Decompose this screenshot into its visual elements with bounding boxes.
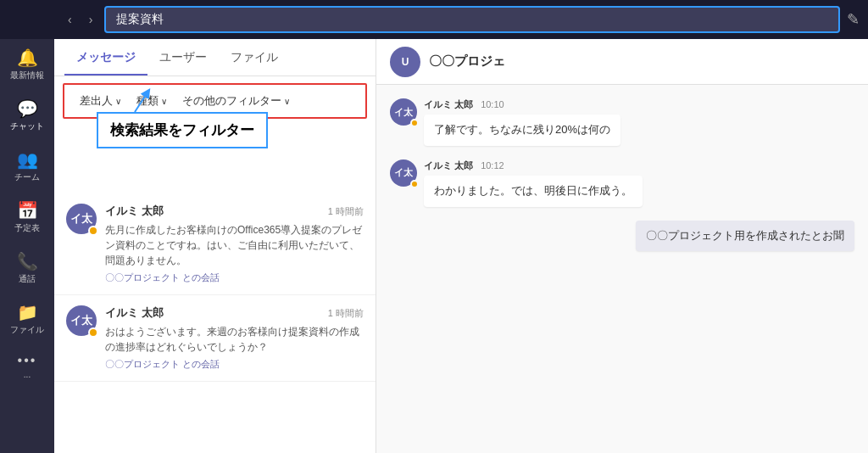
filter-sender[interactable]: 差出人 ∨ — [75, 92, 126, 110]
result-convo: 〇〇プロジェクト との会話 — [105, 271, 364, 284]
avatar-badge — [88, 327, 98, 338]
chat-name: 〇〇プロジェ — [429, 53, 505, 70]
sidebar-item-calendar[interactable]: 📅 予定表 — [0, 192, 54, 243]
result-convo: 〇〇プロジェクト との会話 — [105, 358, 364, 371]
sidebar-item-latest[interactable]: 🔔 最新情報 — [0, 39, 54, 90]
msg-body: イルミ 太郎 10:12 わかりました。では、明後日に作成う。 — [424, 159, 643, 207]
back-button[interactable]: ‹ — [63, 9, 77, 30]
avatar: イ太 — [66, 305, 97, 336]
message-row: 〇〇プロジェクト用を作成されたとお聞 — [390, 221, 854, 252]
type-chevron-icon: ∨ — [161, 97, 167, 106]
sidebar-top-space — [0, 0, 54, 39]
sidebar-label-more: ... — [24, 370, 31, 379]
sidebar-item-teams[interactable]: 👥 チーム — [0, 141, 54, 192]
result-item[interactable]: イ太 イルミ 太郎 1 時間前 おはようございます。来週のお客様向け提案資料の作… — [54, 295, 376, 382]
tab-files[interactable]: ファイル — [219, 42, 290, 76]
result-header: イルミ 太郎 1 時間前 — [105, 204, 364, 219]
sidebar-label-teams: チーム — [14, 171, 40, 183]
sidebar-item-more[interactable]: ••• ... — [0, 344, 54, 388]
other-chevron-icon: ∨ — [284, 97, 290, 106]
sidebar-item-files[interactable]: 📁 ファイル — [0, 294, 54, 344]
msg-name: イルミ 太郎 — [424, 160, 473, 171]
msg-bubble: わかりました。では、明後日に作成う。 — [424, 176, 643, 207]
avatar: イ太 — [66, 204, 97, 234]
sidebar-label-chat: チャット — [10, 120, 44, 132]
left-panel: メッセージ ユーザー ファイル 差出人 ∨ 種類 ∨ その他のフィルター — [54, 39, 376, 453]
sidebar-item-calls[interactable]: 📞 通話 — [0, 243, 54, 294]
messages-area: イ太 イルミ 太郎 10:10 了解です。ちなみに残り20%は何の イ太 — [376, 85, 868, 453]
sender-chevron-icon: ∨ — [115, 97, 121, 106]
msg-avatar: イ太 — [390, 159, 417, 187]
result-content: イルミ 太郎 1 時間前 先月に作成したお客様向けのOffice365導入提案の… — [105, 204, 364, 284]
chat-header: U 〇〇プロジェ — [376, 39, 868, 85]
message-row: イ太 イルミ 太郎 10:10 了解です。ちなみに残り20%は何の — [390, 98, 854, 146]
top-bar: ‹ › 検索ボックス ✎ — [54, 0, 868, 39]
filter-type[interactable]: 種類 ∨ — [131, 92, 172, 110]
chat-avatar: U — [390, 47, 420, 77]
sidebar-item-chat[interactable]: 💬 チャット — [0, 90, 54, 141]
forward-button[interactable]: › — [84, 9, 98, 30]
filter-bar: 差出人 ∨ 種類 ∨ その他のフィルター ∨ — [63, 83, 367, 119]
msg-time: 10:12 — [481, 160, 504, 171]
sidebar-label-calls: 通話 — [19, 273, 36, 285]
result-item[interactable]: イ太 イルミ 太郎 1 時間前 先月に作成したお客様向けのOffice365導入… — [54, 193, 376, 295]
msg-bubble: 〇〇プロジェクト用を作成されたとお聞 — [636, 221, 854, 252]
tab-users[interactable]: ユーザー — [147, 42, 219, 76]
calls-icon: 📞 — [17, 251, 38, 271]
avatar-badge — [88, 226, 98, 236]
sidebar-label-latest: 最新情報 — [10, 70, 44, 81]
msg-badge — [410, 180, 419, 188]
result-time: 1 時間前 — [328, 307, 364, 320]
msg-avatar: イ太 — [390, 98, 417, 126]
msg-badge — [410, 119, 419, 127]
edit-icon[interactable]: ✎ — [847, 10, 860, 29]
teams-icon: 👥 — [17, 149, 38, 170]
sidebar-label-files: ファイル — [10, 324, 44, 336]
msg-name: イルミ 太郎 — [424, 99, 473, 109]
main-container: ‹ › 検索ボックス ✎ — [54, 0, 868, 453]
msg-bubble: 了解です。ちなみに残り20%は何の — [424, 115, 620, 146]
calendar-icon: 📅 — [17, 200, 38, 221]
search-wrapper: 検索ボックス — [104, 6, 840, 33]
result-text: 先月に作成したお客様向けのOffice365導入提案のプレゼン資料のことですね。… — [105, 222, 364, 268]
chat-icon: 💬 — [17, 98, 38, 119]
result-text: おはようございます。来週のお客様向け提案資料の作成の進捗率はどれぐらいでしょうか… — [105, 324, 364, 355]
msg-meta: イルミ 太郎 10:10 — [424, 98, 620, 111]
result-content: イルミ 太郎 1 時間前 おはようございます。来週のお客様向け提案資料の作成の進… — [105, 305, 364, 371]
right-panel: U 〇〇プロジェ イ太 イルミ 太郎 10:10 — [376, 39, 868, 453]
msg-body: イルミ 太郎 10:10 了解です。ちなみに残り20%は何の — [424, 98, 620, 146]
latest-icon: 🔔 — [17, 48, 38, 68]
result-header: イルミ 太郎 1 時間前 — [105, 305, 364, 321]
sidebar: 🔔 最新情報 💬 チャット 👥 チーム 📅 予定表 📞 通話 📁 ファイル ••… — [0, 0, 54, 453]
filter-container: 差出人 ∨ 種類 ∨ その他のフィルター ∨ — [54, 76, 376, 126]
result-sender: イルミ 太郎 — [105, 204, 164, 219]
sidebar-label-calendar: 予定表 — [14, 222, 40, 234]
message-row: イ太 イルミ 太郎 10:12 わかりました。では、明後日に作成う。 — [390, 159, 854, 207]
filter-other[interactable]: その他のフィルター ∨ — [177, 92, 295, 110]
chat-title-area: U 〇〇プロジェ — [390, 47, 505, 77]
tab-messages[interactable]: メッセージ — [64, 42, 147, 76]
more-icon: ••• — [18, 353, 37, 368]
result-sender: イルミ 太郎 — [105, 305, 164, 321]
search-input[interactable] — [104, 6, 840, 33]
msg-meta: イルミ 太郎 10:12 — [424, 159, 643, 172]
result-time: 1 時間前 — [328, 205, 364, 218]
result-list: イ太 イルミ 太郎 1 時間前 先月に作成したお客様向けのOffice365導入… — [54, 193, 376, 453]
msg-body: 〇〇プロジェクト用を作成されたとお聞 — [636, 221, 854, 252]
msg-time: 10:10 — [481, 99, 504, 109]
content-area: メッセージ ユーザー ファイル 差出人 ∨ 種類 ∨ その他のフィルター — [54, 39, 868, 453]
tabs-bar: メッセージ ユーザー ファイル — [54, 39, 376, 76]
files-icon: 📁 — [17, 302, 38, 322]
